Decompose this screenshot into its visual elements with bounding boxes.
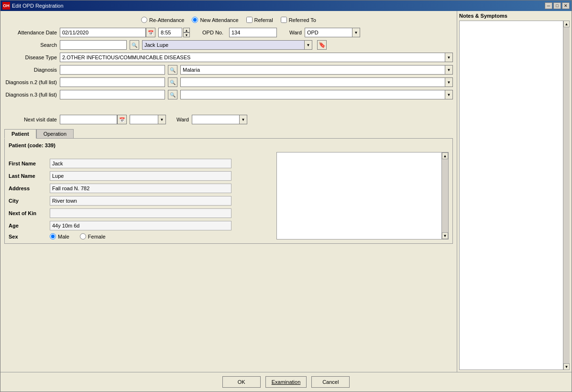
address-input[interactable]: Fall road N. 782 bbox=[50, 184, 231, 193]
content-area: Re-Attendance New Attendance Referral Re… bbox=[0, 11, 572, 372]
ward-label: Ward bbox=[289, 30, 302, 35]
first-name-input[interactable]: Jack bbox=[50, 159, 231, 168]
next-visit-time-dropdown[interactable]: ▼ bbox=[158, 115, 166, 124]
diagnosis2-input[interactable] bbox=[180, 77, 445, 87]
ward-input[interactable]: OPD bbox=[305, 28, 352, 37]
sex-female-label: Female bbox=[88, 234, 106, 240]
next-of-kin-input[interactable] bbox=[50, 208, 231, 218]
disease-type-row: Disease Type 2.OTHER INFECTIOUS/COMMUNIC… bbox=[4, 53, 453, 62]
last-name-label: Last Name bbox=[9, 173, 47, 179]
patient-panel-title: Patient (code: 339) bbox=[9, 142, 449, 148]
next-visit-date-wrapper: 📅 bbox=[60, 115, 127, 124]
cancel-button[interactable]: Cancel bbox=[311, 376, 350, 388]
next-ward-dropdown-button[interactable]: ▼ bbox=[240, 115, 247, 124]
patient-save-icon-button[interactable]: 🔖 bbox=[317, 40, 327, 50]
referral-option[interactable]: Referral bbox=[246, 17, 273, 23]
close-button[interactable]: ✕ bbox=[562, 2, 570, 9]
diagnosis-code-input[interactable] bbox=[60, 65, 165, 75]
sex-male-radio[interactable] bbox=[50, 233, 56, 240]
diagnosis2-code-input[interactable] bbox=[60, 77, 165, 87]
sex-row: Sex Male Female bbox=[9, 233, 272, 240]
notes-scroll-container: ▲ ▼ bbox=[459, 21, 570, 370]
diagnosis2-dropdown-button[interactable]: ▼ bbox=[445, 77, 453, 87]
city-label: City bbox=[9, 198, 47, 204]
referred-to-checkbox[interactable] bbox=[281, 17, 287, 23]
tab-patient[interactable]: Patient bbox=[4, 129, 36, 139]
diagnosis-combo-wrapper: Malaria ▼ bbox=[180, 65, 453, 75]
ok-button[interactable]: OK bbox=[222, 376, 261, 388]
search-input[interactable] bbox=[60, 40, 127, 50]
search-icon-button[interactable]: 🔍 bbox=[130, 40, 139, 50]
notes-title: Notes & Symptoms bbox=[459, 13, 570, 19]
patient-image bbox=[277, 152, 441, 239]
patient-dropdown-button[interactable]: ▼ bbox=[305, 40, 312, 50]
last-name-input[interactable]: Lupe bbox=[50, 171, 231, 181]
diagnosis2-search-button[interactable]: 🔍 bbox=[168, 77, 177, 87]
examination-label: Examination bbox=[272, 379, 301, 385]
attendance-date-label: Attendance Date bbox=[4, 30, 57, 35]
sex-male-label: Male bbox=[58, 234, 69, 240]
next-visit-row: Next visit date 📅 ▼ Ward ▼ bbox=[4, 115, 453, 124]
next-of-kin-row: Next of Kin bbox=[9, 208, 272, 218]
city-input[interactable]: River town bbox=[50, 196, 231, 206]
first-name-label: First Name bbox=[9, 161, 47, 166]
tab-operation[interactable]: Operation bbox=[36, 129, 74, 138]
next-visit-date-input[interactable] bbox=[60, 115, 117, 124]
next-visit-time-input[interactable] bbox=[130, 115, 158, 124]
re-attendance-radio[interactable] bbox=[141, 17, 147, 23]
next-ward-label: Ward bbox=[176, 117, 189, 122]
titlebar-controls: ─ □ ✕ bbox=[545, 2, 570, 9]
notes-textarea[interactable] bbox=[459, 21, 563, 370]
diagnosis-dropdown-button[interactable]: ▼ bbox=[445, 65, 453, 75]
examination-button[interactable]: Examination bbox=[265, 376, 307, 388]
diagnosis-search-button[interactable]: 🔍 bbox=[168, 65, 177, 75]
sex-female-option[interactable]: Female bbox=[80, 233, 106, 240]
diagnosis-input[interactable]: Malaria bbox=[180, 65, 445, 75]
notes-scroll-down[interactable]: ▼ bbox=[563, 363, 570, 370]
notes-scroll-up[interactable]: ▲ bbox=[563, 21, 570, 27]
time-spinners: ▲ ▼ bbox=[183, 28, 190, 37]
photo-scroll-up[interactable]: ▲ bbox=[442, 152, 448, 159]
attendance-date-calendar-icon[interactable]: 📅 bbox=[146, 28, 155, 37]
diagnosis-label: Diagnosis bbox=[4, 67, 57, 73]
next-visit-calendar-icon[interactable]: 📅 bbox=[117, 115, 127, 124]
ward-combo-wrapper: OPD ▼ bbox=[305, 28, 360, 37]
sex-male-option[interactable]: Male bbox=[50, 233, 69, 240]
diagnosis3-input[interactable] bbox=[180, 90, 445, 99]
ward-dropdown-button[interactable]: ▼ bbox=[352, 28, 360, 37]
referred-to-label: Referred To bbox=[289, 17, 316, 23]
attendance-date-input[interactable]: 02/11/2020 bbox=[60, 28, 146, 37]
new-attendance-option[interactable]: New Attendance bbox=[192, 17, 238, 23]
sex-female-radio[interactable] bbox=[80, 233, 86, 240]
maximize-button[interactable]: □ bbox=[553, 2, 561, 9]
diagnosis3-dropdown-button[interactable]: ▼ bbox=[445, 90, 453, 99]
address-label: Address bbox=[9, 185, 47, 191]
photo-scroll-down[interactable]: ▼ bbox=[442, 232, 448, 239]
bottom-buttons: OK Examination Cancel bbox=[0, 372, 572, 392]
disease-type-input[interactable]: 2.OTHER INFECTIOUS/COMMUNICABLE DISEASES bbox=[60, 53, 445, 62]
notes-textarea-wrapper: ▲ ▼ bbox=[459, 21, 570, 370]
new-attendance-radio[interactable] bbox=[192, 17, 198, 23]
attendance-type-row: Re-Attendance New Attendance Referral Re… bbox=[4, 15, 453, 25]
disease-type-dropdown-button[interactable]: ▼ bbox=[445, 53, 453, 62]
patient-search-input[interactable]: Jack Lupe bbox=[142, 40, 305, 50]
opd-no-input[interactable]: 134 bbox=[229, 28, 277, 37]
window-title: Edit OPD Registration bbox=[12, 3, 64, 9]
referred-to-option[interactable]: Referred To bbox=[281, 17, 316, 23]
spacer bbox=[4, 102, 453, 112]
diagnosis2-combo-wrapper: ▼ bbox=[180, 77, 453, 87]
next-of-kin-label: Next of Kin bbox=[9, 210, 47, 216]
referral-checkbox[interactable] bbox=[246, 17, 253, 23]
next-ward-input[interactable] bbox=[192, 115, 240, 124]
search-row: Search 🔍 Jack Lupe ▼ 🔖 bbox=[4, 40, 453, 50]
patient-image-container: ▲ ▼ bbox=[276, 152, 449, 240]
time-down-button[interactable]: ▼ bbox=[183, 33, 190, 37]
minimize-button[interactable]: ─ bbox=[545, 2, 552, 9]
re-attendance-option[interactable]: Re-Attendance bbox=[141, 17, 184, 23]
diagnosis3-search-button[interactable]: 🔍 bbox=[168, 90, 177, 99]
age-input[interactable]: 44y 10m 6d bbox=[50, 221, 231, 230]
next-visit-label: Next visit date bbox=[4, 117, 57, 122]
diagnosis3-code-input[interactable] bbox=[60, 90, 165, 99]
time-up-button[interactable]: ▲ bbox=[183, 28, 190, 33]
attendance-time-input[interactable]: 8:55 bbox=[158, 28, 182, 37]
